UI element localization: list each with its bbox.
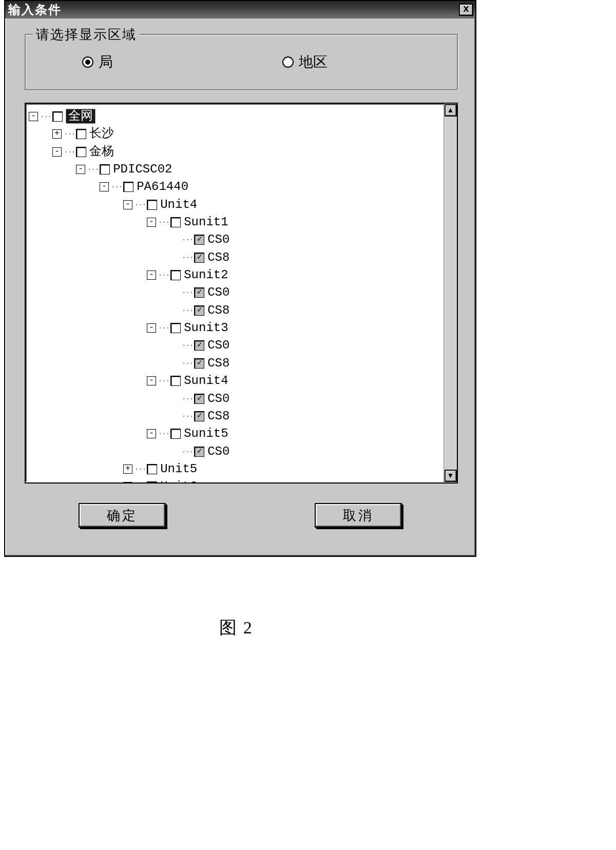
checkbox-icon[interactable] bbox=[194, 358, 204, 369]
checkbox-icon[interactable] bbox=[100, 164, 110, 175]
tree-node-label[interactable]: CS0 bbox=[207, 445, 229, 458]
checkbox-icon[interactable] bbox=[170, 217, 181, 227]
tree-node[interactable]: -···Sunit1 bbox=[29, 214, 440, 231]
tree-node[interactable]: -···PDICSC02 bbox=[29, 161, 440, 178]
close-icon[interactable]: x bbox=[459, 4, 473, 16]
tree-node[interactable]: ···CS8 bbox=[29, 408, 440, 425]
tree-node-label[interactable]: Sunit5 bbox=[184, 427, 228, 440]
checkbox-icon[interactable] bbox=[194, 394, 204, 404]
vertical-scrollbar[interactable]: ▲ ▼ bbox=[444, 104, 457, 482]
ok-button[interactable]: 确定 bbox=[79, 503, 166, 528]
checkbox-icon[interactable] bbox=[194, 411, 204, 421]
expand-icon[interactable]: + bbox=[52, 129, 62, 139]
titlebar[interactable]: 输入条件 x bbox=[5, 1, 475, 18]
tree-node[interactable]: -···Unit4 bbox=[29, 196, 440, 214]
radio-option-0[interactable]: 局 bbox=[82, 52, 113, 72]
tree-node[interactable]: -···Sunit2 bbox=[29, 266, 440, 284]
tree-node-label[interactable]: Sunit3 bbox=[184, 321, 228, 335]
scroll-down-icon[interactable]: ▼ bbox=[445, 470, 457, 482]
radio-icon[interactable] bbox=[282, 56, 294, 68]
tree-node[interactable]: ···CS0 bbox=[29, 231, 440, 248]
cancel-button[interactable]: 取消 bbox=[315, 503, 402, 528]
checkbox-icon[interactable] bbox=[194, 287, 204, 298]
checkbox-icon[interactable] bbox=[123, 182, 133, 192]
tree-panel: -···全网+···长沙-···金杨-···PDICSC02-···PA6144… bbox=[25, 103, 458, 484]
button-row: 确定 取消 bbox=[5, 503, 475, 540]
tree-node[interactable]: -···Sunit5 bbox=[29, 425, 440, 442]
tree-node[interactable]: -···Sunit3 bbox=[29, 319, 440, 337]
tree-node[interactable]: -···全网 bbox=[29, 108, 440, 125]
checkbox-icon[interactable] bbox=[194, 340, 204, 351]
tree-node[interactable]: ···CS8 bbox=[29, 249, 440, 266]
tree-node[interactable]: -···Sunit4 bbox=[29, 372, 440, 390]
tree-node[interactable]: +···Unit5 bbox=[29, 460, 440, 478]
collapse-icon[interactable]: - bbox=[147, 376, 156, 385]
radio-option-1[interactable]: 地区 bbox=[282, 52, 328, 72]
expand-icon[interactable]: + bbox=[123, 465, 132, 474]
tree-node[interactable]: +···Unit6 bbox=[29, 478, 440, 482]
checkbox-icon[interactable] bbox=[170, 270, 181, 280]
checkbox-icon[interactable] bbox=[170, 429, 181, 439]
checkbox-icon[interactable] bbox=[170, 323, 181, 333]
tree-node-label[interactable]: CS0 bbox=[207, 338, 229, 352]
tree-node-label[interactable]: CS8 bbox=[207, 409, 229, 423]
tree-node-label[interactable]: Sunit4 bbox=[184, 374, 228, 388]
tree-node[interactable]: -···金杨 bbox=[29, 143, 440, 161]
tree-node[interactable]: ···CS0 bbox=[29, 284, 440, 301]
tree-node[interactable]: ···CS8 bbox=[29, 355, 440, 372]
tree-view[interactable]: -···全网+···长沙-···金杨-···PDICSC02-···PA6144… bbox=[26, 104, 444, 482]
tree-node[interactable]: +···长沙 bbox=[29, 125, 440, 143]
tree-node[interactable]: ···CS8 bbox=[29, 302, 440, 319]
tree-node-label[interactable]: Sunit2 bbox=[184, 268, 228, 282]
tree-node[interactable]: ···CS0 bbox=[29, 443, 440, 460]
figure-caption: 图 2 bbox=[0, 616, 472, 640]
checkbox-icon[interactable] bbox=[194, 305, 204, 316]
tree-node[interactable]: ···CS0 bbox=[29, 337, 440, 354]
collapse-icon[interactable]: - bbox=[52, 147, 62, 157]
tree-node-label[interactable]: 长沙 bbox=[89, 127, 114, 141]
radio-icon[interactable] bbox=[82, 56, 93, 68]
tree-node-label[interactable]: CS0 bbox=[207, 392, 229, 405]
tree-node-label[interactable]: CS0 bbox=[207, 233, 229, 246]
collapse-icon[interactable]: - bbox=[76, 165, 85, 174]
tree-node-label[interactable]: Unit4 bbox=[160, 198, 197, 211]
collapse-icon[interactable]: - bbox=[147, 218, 156, 227]
tree-node[interactable]: ···CS0 bbox=[29, 390, 440, 408]
checkbox-icon[interactable] bbox=[170, 376, 181, 386]
collapse-icon[interactable]: - bbox=[100, 182, 109, 191]
leaf-icon bbox=[170, 306, 180, 315]
scroll-up-icon[interactable]: ▲ bbox=[445, 104, 457, 117]
tree-node-label[interactable]: Sunit1 bbox=[184, 215, 228, 229]
leaf-icon bbox=[170, 253, 180, 262]
dialog-window: 输入条件 x 请选择显示区域 局地区 -···全网+···长沙-···金杨-··… bbox=[4, 0, 476, 557]
collapse-icon[interactable]: - bbox=[29, 112, 38, 121]
tree-node-label[interactable]: PDICSC02 bbox=[113, 162, 172, 176]
tree-node-label[interactable]: PA61440 bbox=[137, 180, 188, 194]
collapse-icon[interactable]: - bbox=[147, 323, 156, 333]
tree-node-label[interactable]: 金杨 bbox=[89, 145, 114, 159]
checkbox-icon[interactable] bbox=[194, 253, 204, 263]
window-title: 输入条件 bbox=[7, 2, 62, 18]
checkbox-icon[interactable] bbox=[76, 147, 86, 157]
tree-node-label[interactable]: CS8 bbox=[207, 250, 229, 264]
checkbox-icon[interactable] bbox=[147, 200, 157, 210]
checkbox-icon[interactable] bbox=[147, 481, 157, 482]
collapse-icon[interactable]: - bbox=[123, 200, 132, 209]
tree-node-label[interactable]: 全网 bbox=[66, 109, 95, 124]
checkbox-icon[interactable] bbox=[76, 129, 86, 139]
leaf-icon bbox=[170, 288, 180, 297]
leaf-icon bbox=[170, 447, 180, 456]
collapse-icon[interactable]: - bbox=[147, 271, 156, 280]
checkbox-icon[interactable] bbox=[52, 111, 63, 122]
expand-icon[interactable]: + bbox=[123, 482, 132, 482]
checkbox-icon[interactable] bbox=[194, 447, 204, 457]
tree-node-label[interactable]: CS8 bbox=[207, 303, 229, 317]
tree-node-label[interactable]: Unit6 bbox=[160, 479, 197, 482]
tree-node-label[interactable]: CS0 bbox=[207, 285, 229, 299]
checkbox-icon[interactable] bbox=[194, 235, 204, 245]
tree-node-label[interactable]: Unit5 bbox=[160, 462, 197, 476]
checkbox-icon[interactable] bbox=[147, 464, 157, 474]
tree-node[interactable]: -···PA61440 bbox=[29, 178, 440, 196]
collapse-icon[interactable]: - bbox=[147, 429, 156, 438]
tree-node-label[interactable]: CS8 bbox=[207, 356, 229, 370]
